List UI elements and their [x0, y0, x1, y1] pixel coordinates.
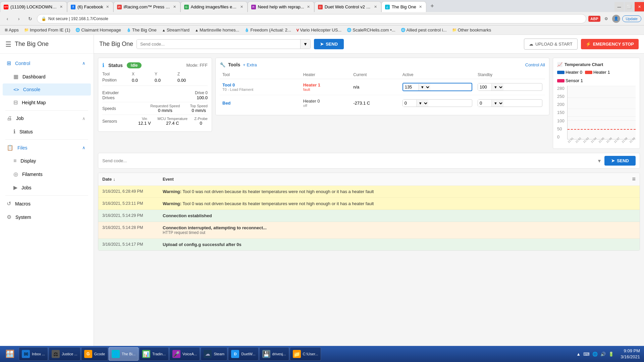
taskbar-item-drives[interactable]: 💾 drivesj... — [259, 347, 289, 361]
control-all-link[interactable]: Control All — [525, 62, 545, 67]
tab-bigone[interactable]: 💧 The Big One ✕ — [381, 1, 426, 12]
taskbar-item-trading[interactable]: 📊 Tradin... — [139, 347, 169, 361]
console-input[interactable] — [102, 158, 594, 163]
taskbar-item-gcode[interactable]: G Gcode — [81, 347, 108, 361]
sensors-values: Vin 12.1 V MCU Temperature 27.4 C Z-Prob… — [138, 117, 208, 126]
emergency-stop-button[interactable]: ⚡ EMERGENCY STOP — [581, 39, 639, 49]
tab-close-bigone[interactable]: ✕ — [418, 4, 423, 10]
sidebar-item-status[interactable]: ℹ Status — [3, 125, 91, 138]
taskbar-item-files[interactable]: 📁 C:\User... — [290, 347, 321, 361]
event-log-menu-icon[interactable]: ≡ — [632, 176, 636, 183]
taskbar-item-duet[interactable]: D DuetW... — [228, 347, 258, 361]
status-panel: ℹ Status Idle Mode: FFF Tool X Y Z Posit… — [98, 58, 212, 132]
taskbar-item-steam[interactable]: ☁ Steam — [201, 347, 227, 361]
tab-close-youtube[interactable]: ✕ — [59, 4, 63, 10]
bookmark-vario[interactable]: V Vario Helicopter US... — [294, 27, 343, 33]
bed-active-input[interactable] — [403, 100, 416, 107]
tool0-standby-dropdown[interactable]: ▼ — [491, 84, 503, 90]
tab-close-facebook[interactable]: ✕ — [105, 4, 110, 10]
header-dropdown-btn[interactable]: ▼ — [300, 40, 310, 49]
profile-icon[interactable]: 👤 — [612, 15, 620, 23]
taskbar-item-justice[interactable]: ⚖ Justice ... — [49, 347, 80, 361]
tab-close-iracing[interactable]: ✕ — [172, 4, 177, 10]
tab-adding[interactable]: G Adding images/files etc... ✕ — [180, 1, 248, 12]
taskbar-item-voicea[interactable]: 🎤 VoiceA... — [169, 347, 200, 361]
bookmark-imported[interactable]: 📁 Imported From IE (1) — [22, 27, 72, 33]
sidebar-item-heightmap[interactable]: ⊟ Height Map — [3, 96, 91, 109]
start-button[interactable]: 🪟 — [1, 347, 18, 361]
sidebar-item-files[interactable]: 📋 Files ∧ — [1, 141, 91, 154]
sidebar-item-dashboard[interactable]: ▦ Dashboard — [3, 70, 91, 83]
tab-close-duet[interactable]: ✕ — [373, 4, 378, 10]
sidebar-item-system[interactable]: ⚙ System — [1, 210, 91, 224]
console-dropdown-btn[interactable]: ▼ — [597, 158, 602, 164]
taskbar-clock[interactable]: 9:09 PM 3/16/2021 — [618, 348, 643, 360]
bed-active-input-group[interactable]: ▼ — [402, 99, 472, 107]
bookmark-freedom[interactable]: 💧 Freedom (Actual: 2... — [243, 27, 293, 33]
window-x-button[interactable]: ✕ — [635, 2, 644, 11]
tray-network-icon[interactable]: 🌐 — [592, 351, 598, 357]
address-box[interactable]: 🔒 Not secure | 192.168.1.7/Console — [37, 14, 586, 23]
tab-close-reprap[interactable]: ✕ — [306, 4, 311, 10]
bed-standby-dropdown[interactable]: ▼ — [491, 100, 503, 107]
header-command-input[interactable] — [137, 40, 300, 49]
tool0-standby-cell[interactable]: ▼ — [475, 79, 545, 95]
sidebar-item-label-heightmap: Height Map — [22, 100, 46, 105]
bed-active-cell[interactable]: ▼ — [400, 95, 475, 111]
sidebar-item-job[interactable]: 🖨 Job ∧ — [1, 112, 91, 125]
tab-close-adding[interactable]: ✕ — [239, 4, 244, 10]
back-button[interactable]: ‹ — [3, 14, 12, 23]
hamburger-icon[interactable]: ☰ — [5, 40, 11, 48]
sidebar-item-console[interactable]: <> Console — [3, 83, 91, 96]
tab-duet[interactable]: D Duet Web Control v2 a... ✕ — [314, 1, 381, 12]
tool0-standby-input[interactable] — [478, 83, 491, 90]
bed-standby-input[interactable] — [478, 100, 491, 107]
window-maximize-button[interactable]: ⬜ — [625, 2, 634, 11]
header-send-button[interactable]: ➤ SEND — [314, 39, 344, 49]
tab-iracing[interactable]: iR iRacing.com™ Press Ro... ✕ — [113, 1, 180, 12]
tab-facebook[interactable]: f (6) Facebook ✕ — [67, 1, 113, 12]
console-icon: <> — [13, 87, 19, 92]
sort-icon[interactable]: ↓ — [113, 177, 115, 182]
bookmark-apps[interactable]: ⊞ Apps — [3, 27, 21, 33]
tool0-active-input-group[interactable]: ▼ — [402, 83, 472, 91]
chart-dashed-line — [568, 129, 636, 130]
extensions-button[interactable]: ⚙ — [602, 16, 610, 22]
tool0-active-dropdown[interactable]: ▼ — [418, 84, 430, 90]
tool0-active-cell[interactable]: ▼ — [400, 79, 475, 95]
bookmark-streamyard[interactable]: ▲ StreamYard — [160, 27, 192, 33]
bookmark-allied[interactable]: 🌐 Allied pest control i... — [399, 27, 449, 33]
forward-button[interactable]: › — [14, 14, 23, 23]
window-close-button[interactable]: — — [614, 2, 624, 11]
sidebar-item-display[interactable]: ≡ Display — [3, 155, 91, 167]
tab-youtube[interactable]: YT (11109) LOCKDOWN A... ✕ — [0, 1, 67, 12]
sidebar-item-control[interactable]: ⊞ Control ∧ — [1, 57, 91, 70]
tray-up-icon[interactable]: ▲ — [576, 351, 581, 357]
console-send-button[interactable]: ➤ SEND — [604, 156, 636, 166]
extra-link[interactable]: + Extra — [243, 62, 257, 67]
bookmark-bigone[interactable]: 💧 The Big One — [124, 27, 159, 33]
event-date-3: 3/16/2021, 5:14:29 PM — [102, 213, 163, 218]
sidebar-item-macros[interactable]: ↺ Macros — [1, 197, 91, 210]
sidebar-item-jobs[interactable]: ▶ Jobs — [3, 181, 91, 194]
tool0-standby-input-group[interactable]: ▼ — [478, 83, 542, 91]
upload-start-button[interactable]: ☁ UPLOAD & START — [524, 39, 578, 50]
new-tab-button[interactable]: + — [428, 1, 437, 11]
taskbar-item-bigone[interactable]: 🌐 The Bi... — [109, 347, 139, 361]
bookmark-martinsville[interactable]: ▲ Martinsville homes... — [193, 27, 241, 33]
tab-reprap[interactable]: R Need help with reprap... ✕ — [248, 1, 314, 12]
bookmark-scalerc[interactable]: 🌐 ScaleRCHelis.com •... — [345, 27, 397, 33]
sidebar-item-filaments[interactable]: ◎ Filaments — [3, 168, 91, 181]
update-button[interactable]: Update — [622, 15, 641, 22]
bed-standby-cell[interactable]: ▼ — [475, 95, 545, 111]
bookmark-other[interactable]: 📁 Other bookmarks — [450, 27, 493, 33]
bed-active-dropdown[interactable]: ▼ — [416, 100, 428, 107]
drive-value: 100.0 — [195, 95, 208, 100]
bed-standby-input-group[interactable]: ▼ — [478, 99, 542, 107]
tool0-active-input[interactable] — [403, 83, 418, 90]
bookmark-claimant[interactable]: 🌐 Claimant Homepage — [73, 27, 123, 33]
reload-button[interactable]: ↻ — [25, 14, 35, 23]
taskbar-item-inbox[interactable]: ✉ Inbox ... — [19, 347, 48, 361]
tray-speaker-icon[interactable]: 🔊 — [600, 351, 606, 357]
abp-extension[interactable]: ABP — [588, 16, 600, 22]
